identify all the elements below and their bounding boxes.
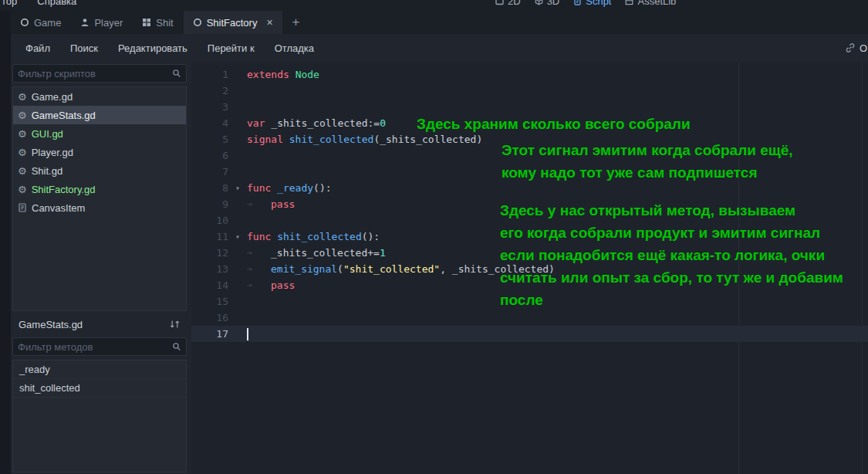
current-script-row: GameStats.gd [12, 313, 187, 336]
code-token: , _shits_collected) [440, 263, 555, 275]
current-script-name: GameStats.gd [19, 319, 83, 330]
code-token: _shits_collected [271, 247, 367, 259]
gdscript-icon: ⚙ [18, 147, 27, 157]
line-number: 15 [191, 296, 228, 307]
code-token: pass [271, 279, 295, 291]
script-list-item[interactable]: ⚙ShitFactory.gd [13, 180, 186, 198]
methods-filter-input[interactable]: Фильтр методов [12, 337, 187, 356]
line-number: 3 [191, 101, 228, 113]
code-line[interactable]: 12⇥_shits_collected+=1 [191, 245, 868, 261]
script-list-item[interactable]: ⚙Game.gd [13, 87, 186, 106]
code-editor[interactable]: 1extends Node234var _shits_collected:=05… [191, 62, 868, 474]
class-doc-icon [18, 203, 27, 212]
workspace-button-label: 2D [508, 0, 521, 7]
code-line[interactable]: 11▾func shit_collected(): [191, 229, 868, 245]
code-line[interactable]: 3 [191, 99, 868, 115]
flat2d-icon [495, 0, 504, 5]
code-text: ⇥_shits_collected+=1 [247, 247, 386, 259]
script-list-item[interactable]: ⚙GUI.gd [13, 124, 186, 143]
code-line[interactable]: 8▾func _ready(): [191, 180, 868, 196]
scene-tab-game[interactable]: Game [11, 11, 70, 34]
left-dock-edge [0, 11, 11, 474]
gdscript-icon: ⚙ [18, 92, 27, 102]
method-list-item[interactable]: _ready [13, 361, 186, 379]
method-list: _readyshit_collected [12, 360, 187, 472]
scripts-filter-input[interactable]: Фильтр скриптов [12, 64, 187, 83]
script-menu-Файл[interactable]: Файл [15, 42, 60, 54]
script-list-item[interactable]: ⚙GameStats.gd [13, 106, 186, 124]
workspace-button-script[interactable]: Script [573, 0, 611, 7]
code-line[interactable]: 1extends Node [191, 66, 868, 83]
code-line[interactable]: 15 [191, 293, 868, 310]
workspace-button-label: Script [586, 0, 611, 7]
top-menu-bar: торСправка 2D3DScriptAssetLib [0, 0, 868, 11]
method-list-item[interactable]: shit_collected [13, 379, 186, 398]
online-docs-link-icon[interactable] [845, 42, 856, 53]
code-text: signal shit_collected(_shits_collected) [247, 134, 482, 145]
line-number: 13 [191, 263, 228, 275]
online-docs-label[interactable]: О [860, 42, 868, 54]
line-number: 17 [191, 328, 228, 340]
code-text: var _shits_collected:=0 [247, 117, 386, 129]
line-number: 2 [191, 85, 228, 96]
code-token: func [247, 182, 277, 194]
workspace-button-label: 3D [547, 0, 560, 7]
line-number: 4 [191, 117, 228, 129]
gridnode-icon [142, 18, 151, 27]
topbar-menu-item[interactable]: Справка [37, 0, 76, 7]
code-token: 1 [380, 247, 386, 259]
script-list-item[interactable]: ⚙Shit.gd [13, 161, 186, 180]
code-token: Node [296, 69, 319, 80]
code-line[interactable]: 9⇥pass [191, 196, 868, 212]
code-line[interactable]: 16 [191, 310, 868, 326]
script-name: Game.gd [32, 91, 73, 103]
scripts-panel: Фильтр скриптов ⚙Game.gd⚙GameStats.gd⚙GU… [11, 62, 188, 474]
code-line[interactable]: 5signal shit_collected(_shits_collected) [191, 131, 868, 147]
script-menu-Редактировать[interactable]: Редактировать [108, 42, 198, 54]
new-scene-tab-button[interactable]: + [283, 11, 309, 34]
script-editor-panel: ФайлПоискРедактироватьПерейти кОтладка О… [11, 34, 868, 474]
code-line[interactable]: 10 [191, 212, 868, 229]
workspace-button-assetlib[interactable]: AssetLib [625, 0, 676, 7]
cube3d-icon [535, 0, 543, 5]
scene-tab-player[interactable]: Player [71, 11, 132, 34]
code-token: (): [362, 231, 380, 242]
script-list-item[interactable]: ⚙Player.gd [13, 143, 186, 161]
code-token: _ready [277, 182, 313, 194]
code-line[interactable]: 13⇥emit_signal("shit_collected", _shits_… [191, 261, 868, 277]
method-sort-button[interactable] [169, 320, 181, 329]
workspace-button-3d[interactable]: 3D [535, 0, 560, 7]
code-line[interactable]: 17 [191, 326, 868, 342]
scene-tabs: GamePlayerShitShitFactory× [11, 11, 283, 34]
assetlib-icon [625, 0, 633, 5]
code-line[interactable]: 6 [191, 147, 868, 164]
workspace-button-label: AssetLib [637, 0, 676, 7]
scene-tab-bar: GamePlayerShitShitFactory× + [11, 11, 868, 34]
script-menu-Отладка[interactable]: Отладка [265, 42, 324, 54]
fold-arrow[interactable]: ▾ [228, 232, 247, 241]
code-line[interactable]: 7 [191, 164, 868, 180]
search-icon [172, 69, 181, 78]
code-text: func shit_collected(): [247, 231, 380, 242]
line-number: 7 [191, 166, 228, 178]
scene-tab-shit[interactable]: Shit [133, 11, 182, 34]
script-icon [573, 0, 582, 5]
script-menu-Поиск[interactable]: Поиск [60, 42, 108, 54]
tab-indent-marker: ⇥ [247, 248, 271, 258]
code-line[interactable]: 2 [191, 83, 868, 99]
fold-arrow[interactable]: ▾ [228, 184, 247, 192]
gdscript-icon: ⚙ [18, 110, 27, 120]
script-menu-Перейти к[interactable]: Перейти к [198, 42, 265, 54]
topbar-menu: торСправка [2, 0, 76, 11]
code-line[interactable]: 14⇥pass [191, 277, 868, 293]
code-token: emit_signal [271, 263, 337, 275]
circlenode-icon [20, 18, 29, 27]
workspace-button-2d[interactable]: 2D [495, 0, 521, 7]
close-tab-icon[interactable]: × [266, 16, 272, 29]
scene-tab-shitfactory[interactable]: ShitFactory× [184, 11, 282, 34]
code-token: := [368, 117, 380, 129]
code-text: ⇥emit_signal("shit_collected", _shits_co… [247, 263, 555, 275]
script-list-item[interactable]: CanvasItem [13, 198, 186, 217]
code-line[interactable]: 4var _shits_collected:=0 [191, 115, 868, 131]
topbar-menu-item[interactable]: тор [2, 0, 17, 7]
